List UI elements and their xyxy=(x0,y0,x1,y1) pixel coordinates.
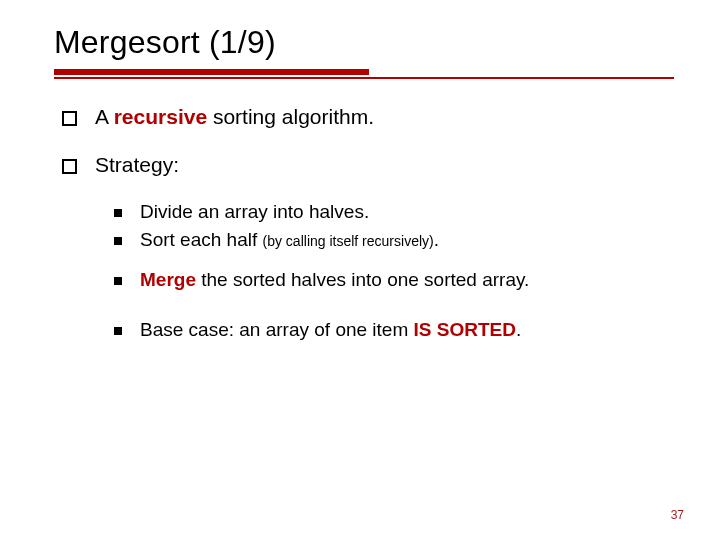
text: . xyxy=(516,319,521,340)
text: . xyxy=(434,229,439,250)
text-emphasis: recursive xyxy=(114,105,207,128)
slide-title: Mergesort (1/9) xyxy=(54,24,680,61)
slide: Mergesort (1/9) A recursive sorting algo… xyxy=(0,0,720,540)
title-rule-thin xyxy=(54,77,674,79)
bullet-text: Base case: an array of one item IS SORTE… xyxy=(140,319,521,341)
square-bullet-icon xyxy=(114,209,122,217)
text: the sorted halves into one sorted array. xyxy=(196,269,529,290)
bullet-text: Strategy: xyxy=(95,153,179,177)
bullet-level2: Divide an array into halves. xyxy=(114,201,680,223)
text: Base case: an array of one item xyxy=(140,319,414,340)
bullet-text: A recursive sorting algorithm. xyxy=(95,105,374,129)
sub-bullets: Divide an array into halves. Sort each h… xyxy=(114,201,680,341)
text: A xyxy=(95,105,114,128)
square-bullet-icon xyxy=(114,237,122,245)
text: sorting algorithm. xyxy=(207,105,374,128)
text-small: (by calling itself recursively) xyxy=(263,233,434,249)
square-open-bullet-icon xyxy=(62,159,77,174)
bullet-text: Sort each half (by calling itself recurs… xyxy=(140,229,439,251)
bullet-level2: Base case: an array of one item IS SORTE… xyxy=(114,319,680,341)
slide-body: A recursive sorting algorithm. Strategy:… xyxy=(54,105,680,341)
bullet-text: Merge the sorted halves into one sorted … xyxy=(140,269,529,291)
square-bullet-icon xyxy=(114,277,122,285)
bullet-level1: Strategy: xyxy=(62,153,680,177)
text-emphasis: IS SORTED xyxy=(414,319,516,340)
text: Sort each half xyxy=(140,229,263,250)
bullet-level2: Merge the sorted halves into one sorted … xyxy=(114,269,680,291)
page-number: 37 xyxy=(671,508,684,522)
square-bullet-icon xyxy=(114,327,122,335)
bullet-level1: A recursive sorting algorithm. xyxy=(62,105,680,129)
square-open-bullet-icon xyxy=(62,111,77,126)
bullet-text: Divide an array into halves. xyxy=(140,201,369,223)
title-rule-thick xyxy=(54,69,369,75)
bullet-level2: Sort each half (by calling itself recurs… xyxy=(114,229,680,251)
text-emphasis: Merge xyxy=(140,269,196,290)
